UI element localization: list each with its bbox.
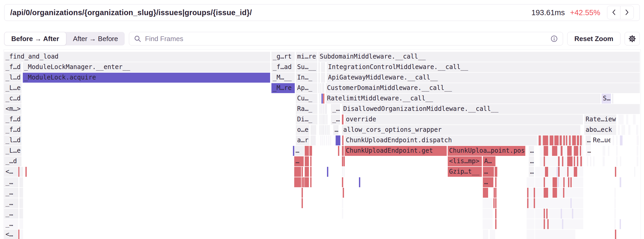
flame-frame[interactable] [633, 115, 636, 124]
flame-frame[interactable]: IntegrationControlMiddleware.__call__ [327, 62, 640, 72]
search-input[interactable] [144, 35, 547, 43]
find-frames-search[interactable] [129, 32, 563, 45]
flame-frame[interactable]: Ap…_ [296, 83, 317, 93]
flame-frame[interactable] [580, 146, 581, 156]
flame-frame[interactable]: … [294, 156, 304, 166]
flame-frame[interactable] [535, 198, 583, 208]
flame-frame[interactable]: _… [331, 115, 340, 124]
flame-frame[interactable]: _M…__ [271, 73, 295, 83]
flame-frame[interactable]: _L…e [4, 146, 21, 156]
flame-frame[interactable] [561, 209, 562, 219]
flame-frame[interactable]: _f…d [4, 62, 21, 72]
flame-frame[interactable] [553, 177, 557, 187]
flame-frame[interactable]: _…d [4, 156, 21, 166]
flame-frame[interactable] [328, 125, 330, 135]
flame-frame[interactable] [558, 167, 560, 177]
flame-frame[interactable] [614, 209, 616, 219]
flame-frame[interactable] [634, 167, 635, 177]
flame-frame[interactable] [620, 177, 621, 187]
flame-frame[interactable] [535, 188, 583, 198]
flame-frame[interactable] [326, 125, 328, 135]
flame-frame[interactable]: _g…rt [271, 52, 295, 62]
flame-frame[interactable] [535, 219, 583, 229]
flame-frame[interactable] [527, 230, 534, 239]
flame-frame[interactable] [495, 188, 496, 198]
flame-frame[interactable]: _M…re [271, 83, 295, 93]
flame-frame[interactable] [310, 125, 316, 135]
flame-frame[interactable] [294, 177, 301, 187]
flame-frame[interactable] [321, 104, 323, 114]
flame-frame[interactable] [321, 73, 325, 83]
flame-frame[interactable] [572, 135, 576, 145]
flame-frame[interactable] [321, 115, 323, 124]
flame-frame[interactable] [25, 167, 27, 177]
flame-frame[interactable]: Su…__ [296, 62, 317, 72]
flame-frame[interactable]: ChunkUploadEndpoint.get [345, 146, 447, 156]
flame-frame[interactable] [544, 209, 545, 219]
flame-frame[interactable] [302, 167, 303, 177]
flame-frame[interactable] [305, 167, 309, 177]
flame-frame[interactable] [310, 167, 312, 177]
flame-frame[interactable] [495, 177, 496, 187]
flame-frame[interactable]: _ModuleLock.acquire [23, 73, 270, 83]
flame-frame[interactable] [614, 188, 616, 198]
flame-frame[interactable] [637, 156, 638, 166]
flame-frame[interactable] [587, 156, 588, 166]
flame-frame[interactable] [566, 135, 567, 145]
flame-frame[interactable] [543, 135, 548, 145]
flame-frame[interactable] [621, 125, 625, 135]
flame-frame[interactable]: … [529, 167, 534, 177]
flame-frame[interactable] [320, 83, 321, 93]
flame-frame[interactable]: allow_cors_options_wrapper [342, 125, 580, 135]
flame-frame[interactable] [359, 177, 360, 187]
settings-button[interactable] [625, 32, 640, 45]
flame-frame[interactable] [483, 198, 493, 208]
flame-frame[interactable]: _ModuleLockManager.__enter__ [23, 62, 270, 72]
flame-frame[interactable]: a…r [296, 135, 309, 145]
flame-frame[interactable]: _… [331, 104, 340, 114]
flame-frame[interactable] [552, 146, 557, 156]
flame-frame[interactable]: RatelimitMiddleware.__call__ [326, 94, 601, 104]
flame-frame[interactable]: <… [4, 230, 18, 239]
flame-frame[interactable] [637, 135, 639, 145]
flame-frame[interactable] [318, 83, 320, 93]
flame-frame[interactable] [294, 167, 301, 177]
flame-frame[interactable] [614, 198, 616, 208]
flame-frame[interactable] [326, 115, 328, 124]
flame-frame[interactable] [558, 156, 560, 166]
flame-frame[interactable] [330, 135, 331, 145]
flame-frame[interactable] [547, 219, 549, 229]
flame-frame[interactable] [338, 146, 339, 156]
flame-frame[interactable] [19, 219, 23, 229]
flame-frame[interactable]: _… [4, 188, 18, 198]
flame-frame[interactable] [322, 83, 324, 93]
next-sample-button[interactable] [620, 6, 634, 19]
flame-frame[interactable]: In…_ [296, 73, 317, 83]
flame-frame[interactable] [321, 94, 323, 104]
flame-frame[interactable]: _find_and_load [4, 52, 270, 62]
flame-frame[interactable] [19, 230, 23, 239]
flame-frame[interactable] [546, 209, 548, 219]
flame-frame[interactable] [490, 230, 495, 239]
flame-frame[interactable]: DisallowedOrganizationMiddleware.__call_… [342, 104, 640, 114]
flame-frame[interactable] [535, 177, 583, 187]
flame-frame[interactable] [544, 146, 548, 156]
flame-frame[interactable] [318, 73, 320, 83]
flame-frame[interactable] [483, 209, 493, 219]
flame-frame[interactable]: ChunkUploadEndpoint.dispatch [345, 135, 537, 145]
flame-frame[interactable] [302, 188, 303, 198]
flame-frame[interactable] [550, 135, 553, 145]
flame-frame[interactable]: _f…d [4, 115, 21, 124]
flame-frame[interactable] [343, 167, 345, 177]
flame-frame[interactable]: ChunkUploa…point.post [448, 146, 525, 156]
flame-frame[interactable] [615, 230, 616, 239]
flame-frame[interactable] [496, 167, 497, 177]
flame-frame[interactable]: … [483, 177, 493, 187]
flame-frame[interactable]: … [586, 135, 591, 145]
flame-frame[interactable] [562, 156, 563, 166]
flame-frame[interactable] [325, 104, 327, 114]
flame-frame[interactable] [616, 146, 618, 156]
flame-frame[interactable]: override [345, 115, 583, 124]
flame-frame[interactable] [319, 104, 321, 114]
flame-frame[interactable] [342, 135, 343, 145]
